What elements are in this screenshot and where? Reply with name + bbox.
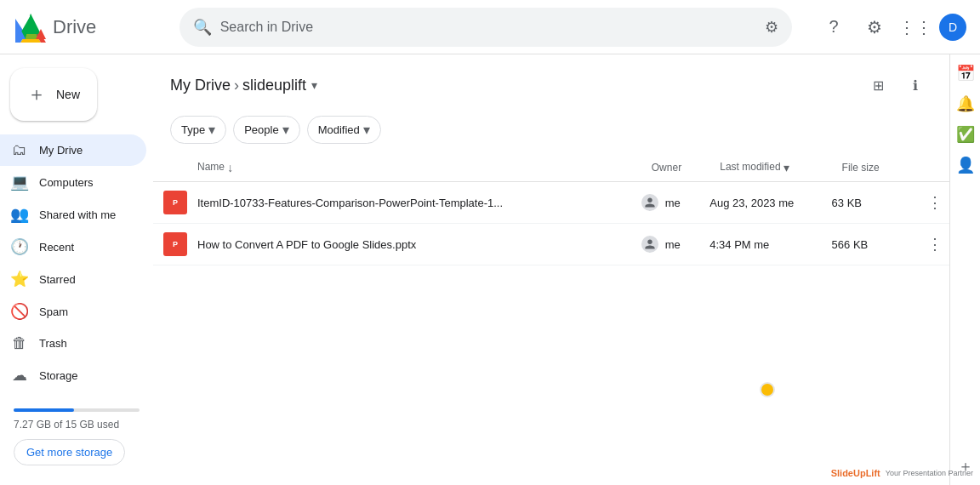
sidebar-item-my-drive[interactable]: 🗂 My Drive (0, 134, 146, 166)
th-owner[interactable]: Owner (641, 154, 709, 182)
app-name: Drive (53, 16, 96, 38)
sidebar-label-computers: Computers (39, 176, 94, 189)
sidebar: ＋ New 🗂 My Drive 💻 Computers 👥 Shared wi… (0, 54, 153, 485)
sidebar-item-shared[interactable]: 👥 Shared with me (0, 198, 146, 231)
calendar-icon[interactable]: 📅 (954, 61, 977, 85)
table-row[interactable]: P How to Convert A PDF to Google Slides.… (153, 224, 949, 265)
file-more-button[interactable]: ⋮ (920, 190, 949, 215)
storage-fill (14, 408, 74, 412)
sidebar-label-storage: Storage (39, 369, 78, 382)
modified-filter-button[interactable]: Modified ▾ (307, 116, 381, 144)
search-bar[interactable]: 🔍 ⚙ (179, 8, 792, 47)
sidebar-item-recent[interactable]: 🕐 Recent (0, 231, 146, 263)
sidebar-item-trash[interactable]: 🗑 Trash (0, 328, 146, 359)
type-filter-chevron: ▾ (208, 122, 215, 138)
storage-bar (14, 408, 140, 412)
file-modified-cell: Aug 23, 2023 me (709, 182, 831, 224)
type-filter-label: Type (181, 123, 205, 136)
get-storage-button[interactable]: Get more storage (14, 439, 125, 465)
people-filter-label: People (244, 123, 278, 136)
apps-button[interactable]: ⋮⋮ (898, 10, 932, 44)
th-last-modified[interactable]: Last modified ▾ (709, 154, 831, 182)
new-button[interactable]: ＋ New (10, 68, 97, 121)
file-owner-cell: me (641, 224, 709, 265)
sidebar-item-storage[interactable]: ☁ Storage (0, 359, 146, 391)
modified-sort-icon: ▾ (783, 161, 789, 174)
trash-icon: 🗑 (10, 334, 29, 352)
my-drive-icon: 🗂 (10, 141, 29, 159)
file-name: ItemID-10733-Features-Comparison-PowerPo… (197, 197, 503, 209)
file-size-cell: 566 KB (832, 224, 910, 265)
name-sort-icon: ↓ (227, 161, 233, 174)
storage-section: 7.27 GB of 15 GB used Get more storage (0, 398, 153, 476)
settings-button[interactable]: ⚙ (858, 10, 892, 44)
help-button[interactable]: ? (817, 10, 851, 44)
sidebar-item-spam[interactable]: 🚫 Spam (0, 295, 146, 328)
avatar[interactable]: D (939, 14, 966, 41)
people-filter-button[interactable]: People ▾ (233, 116, 299, 144)
file-name: How to Convert A PDF to Google Slides.pp… (197, 238, 416, 251)
file-name-cell: P ItemID-10733-Features-Comparison-Power… (153, 182, 641, 224)
watermark-tagline: Your Presentation Partner (886, 469, 973, 477)
tasks-icon[interactable]: ✅ (954, 123, 977, 146)
layout: ＋ New 🗂 My Drive 💻 Computers 👥 Shared wi… (0, 54, 980, 485)
storage-text: 7.27 GB of 15 GB used (14, 419, 140, 431)
file-table: Name ↓ Owner Last modified ▾ File size P (153, 154, 949, 265)
sidebar-label-shared: Shared with me (39, 208, 116, 221)
modified-filter-chevron: ▾ (363, 122, 370, 138)
owner-name: me (665, 197, 681, 209)
tune-icon[interactable]: ⚙ (765, 18, 778, 37)
search-input[interactable] (220, 20, 756, 35)
storage-icon: ☁ (10, 366, 29, 385)
sidebar-item-computers[interactable]: 💻 Computers (0, 166, 146, 198)
search-icon: 🔍 (193, 18, 212, 37)
sidebar-label-my-drive: My Drive (39, 144, 83, 157)
topbar-actions: ? ⚙ ⋮⋮ D (817, 10, 966, 44)
file-modified-cell: 4:34 PM me (709, 224, 831, 265)
th-file-size[interactable]: File size (832, 154, 910, 182)
shared-icon: 👥 (10, 205, 29, 224)
notifications-icon[interactable]: 🔔 (954, 92, 977, 116)
recent-icon: 🕐 (10, 237, 29, 256)
my-drive-link[interactable]: My Drive (170, 77, 231, 94)
right-sidebar: 📅 🔔 ✅ 👤 ＋ (949, 54, 980, 485)
sidebar-label-recent: Recent (39, 241, 74, 254)
contacts-icon[interactable]: 👤 (954, 153, 977, 177)
watermark: SlideUpLift Your Presentation Partner (831, 468, 973, 478)
watermark-brand: SlideUpLift (831, 468, 880, 478)
table-row[interactable]: P ItemID-10733-Features-Comparison-Power… (153, 182, 949, 224)
info-button[interactable]: ℹ (898, 68, 932, 102)
topbar: Drive 🔍 ⚙ ? ⚙ ⋮⋮ D (0, 0, 980, 54)
breadcrumb-separator: › (234, 77, 239, 94)
new-button-label: New (56, 88, 80, 101)
breadcrumb-actions: ⊞ ℹ (861, 68, 932, 102)
filters-bar: Type ▾ People ▾ Modified ▾ (153, 109, 949, 154)
file-size-cell: 63 KB (832, 182, 910, 224)
people-filter-chevron: ▾ (282, 122, 289, 138)
th-actions (910, 154, 949, 182)
owner-name: me (665, 238, 681, 251)
file-name-cell: P How to Convert A PDF to Google Slides.… (153, 224, 641, 265)
table-header: Name ↓ Owner Last modified ▾ File size (153, 154, 949, 182)
sidebar-label-spam: Spam (39, 305, 68, 318)
pptx-icon: P (163, 191, 187, 214)
th-name[interactable]: Name ↓ (153, 154, 641, 182)
main-content: My Drive › slideuplift ▾ ⊞ ℹ Type ▾ Peop… (153, 54, 949, 485)
type-filter-button[interactable]: Type ▾ (170, 116, 226, 144)
file-more-button[interactable]: ⋮ (920, 231, 949, 257)
starred-icon: ⭐ (10, 270, 29, 288)
file-more-cell: ⋮ (910, 224, 949, 265)
folder-dropdown-icon[interactable]: ▾ (311, 78, 317, 92)
sidebar-item-starred[interactable]: ⭐ Starred (0, 263, 146, 295)
modified-filter-label: Modified (318, 123, 360, 136)
grid-view-button[interactable]: ⊞ (861, 68, 895, 102)
table-body: P ItemID-10733-Features-Comparison-Power… (153, 182, 949, 265)
pptx-icon: P (163, 232, 187, 256)
file-more-cell: ⋮ (910, 182, 949, 224)
folder-name: slideuplift (242, 77, 306, 94)
owner-avatar (641, 236, 658, 253)
drive-logo-icon (14, 10, 48, 44)
owner-avatar (641, 194, 658, 211)
computers-icon: 💻 (10, 173, 29, 191)
file-owner-cell: me (641, 182, 709, 224)
